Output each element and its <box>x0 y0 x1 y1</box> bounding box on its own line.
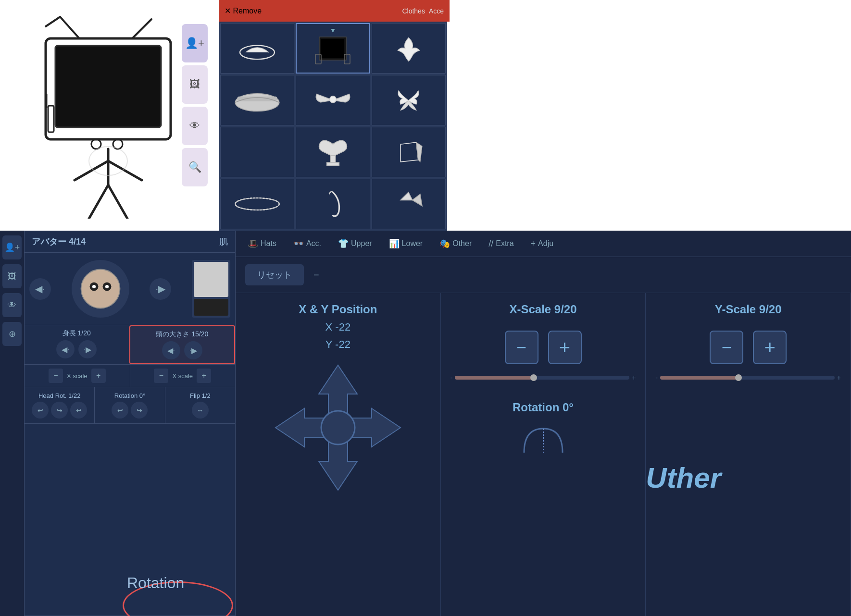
acc-cell-9[interactable] <box>372 127 446 177</box>
add-character-btn[interactable]: 👤+ <box>182 24 208 62</box>
acc-cell-6[interactable] <box>372 75 446 125</box>
acc-cell-7[interactable] <box>220 127 294 177</box>
height-prev[interactable]: ◀· <box>56 340 75 358</box>
height-cell: 身長 1/20 ◀· ·▶ <box>25 325 129 364</box>
xy-title: X & Y Position <box>299 303 377 316</box>
tab-upper-label: Upper <box>351 239 372 248</box>
adjust-panel: リセット − X & Y Position X -22 Y -22 <box>236 257 851 616</box>
tab-upper[interactable]: 👕 Upper <box>331 234 379 253</box>
tab-acc[interactable]: 👓 Acc. <box>286 234 328 253</box>
scale-minus-1[interactable]: − <box>49 369 63 383</box>
y-plus-icon: + <box>764 337 775 358</box>
rotation-title: Rotation 0° <box>513 401 574 414</box>
y-scale-slider-container: - + <box>655 374 841 382</box>
svg-point-26 <box>235 198 279 210</box>
tab-extra-label: Extra <box>496 239 513 248</box>
acc-cell-1[interactable] <box>220 23 294 74</box>
acc-cell-11[interactable] <box>296 179 370 229</box>
svg-point-31 <box>105 285 109 288</box>
head-next[interactable]: ·▶ <box>184 341 202 359</box>
scale-minus-2[interactable]: − <box>154 369 168 383</box>
svg-point-36 <box>321 411 355 444</box>
avatar-prev[interactable]: ◀· <box>29 278 51 300</box>
clothes-tab[interactable]: Clothes <box>402 7 425 15</box>
acc-icon: 👓 <box>293 238 304 249</box>
tab-adju[interactable]: + Adju <box>524 235 561 253</box>
svg-rect-4 <box>55 46 161 127</box>
head-prev[interactable]: ◀· <box>162 341 180 359</box>
left-btn-1[interactable]: 👤+ <box>2 235 22 259</box>
scale-plus-1[interactable]: + <box>91 369 106 383</box>
acce-tab[interactable]: Acce <box>429 7 444 15</box>
svg-point-30 <box>92 285 96 288</box>
tab-lower-label: Lower <box>402 239 423 248</box>
reset-button[interactable]: リセット <box>245 264 304 285</box>
tab-lower[interactable]: 📊 Lower <box>382 234 430 253</box>
x-scale-minus[interactable]: − <box>505 331 538 364</box>
xy-panel: X & Y Position X -22 Y -22 <box>236 293 441 616</box>
avatar-next[interactable]: ·▶ <box>150 278 171 300</box>
left-btn-3[interactable]: 👁 <box>2 293 22 317</box>
top-bar: ✕ Remove Clothes Acce <box>219 0 450 22</box>
bottom-ctrl-row: Head Rot. 1/22 ↩ ↪ ↩ Rotation 0° ↩ ↪ Fli… <box>25 387 235 424</box>
scale-plus-2[interactable]: + <box>197 369 211 383</box>
left-btn-4[interactable]: ⊕ <box>2 322 22 346</box>
flip-arrow-1[interactable]: ↔ <box>192 402 209 419</box>
tab-adju-label: Adju <box>538 239 553 248</box>
acc-cell-3[interactable] <box>372 23 446 74</box>
avatar-nav: ◀· ·▶ <box>25 253 235 325</box>
character-svg <box>17 12 200 219</box>
rotation-bottom-label: Rotation <box>127 574 184 592</box>
head-size-label: 頭の大きさ 15/20 <box>156 330 208 339</box>
rotation-arc <box>514 419 572 457</box>
tab-hats[interactable]: 🎩 Hats <box>240 234 284 253</box>
y-scale-title: Y-Scale 9/20 <box>715 303 782 316</box>
slider-plus-label: + <box>632 374 636 382</box>
rot-arrow-1[interactable]: ↩ <box>112 402 128 419</box>
bottom-section: 👤+ 🖼 👁 ⊕ アバター 4/14 肌 ◀· ·▶ <box>0 231 851 616</box>
y-scale-slider-thumb <box>735 374 742 381</box>
head-rot-arrow-2[interactable]: ↪ <box>51 402 68 419</box>
x-scale-panel: X-Scale 9/20 − + - + <box>441 293 646 616</box>
height-next[interactable]: ·▶ <box>78 340 97 358</box>
zoom-btn[interactable]: 🔍 <box>182 148 208 186</box>
tab-acc-label: Acc. <box>306 239 321 248</box>
acc-cell-10[interactable] <box>220 179 294 229</box>
head-rot-cell: Head Rot. 1/22 ↩ ↪ ↩ <box>25 387 95 423</box>
x-scale-plus[interactable]: + <box>548 331 582 364</box>
acc-grid: ▼ <box>219 22 447 231</box>
acc-cell-5[interactable] <box>296 75 370 125</box>
adju-icon: + <box>531 239 536 249</box>
height-arrows: ◀· ·▶ <box>56 340 97 358</box>
head-rot-arrow-1[interactable]: ↩ <box>32 402 49 419</box>
acc-cell-8[interactable] <box>296 127 370 177</box>
left-btn-2[interactable]: 🖼 <box>2 264 22 288</box>
svg-point-20 <box>235 93 279 111</box>
y-slider-minus: - <box>655 374 658 382</box>
flip-label: Flip 1/2 <box>190 392 211 399</box>
scale-row: − X scale + − X scale + <box>25 365 235 387</box>
gallery-btn[interactable]: 🖼 <box>182 65 208 104</box>
remove-label: ✕ Remove <box>225 6 262 15</box>
acc-cell-4[interactable] <box>220 75 294 125</box>
minus-icon: − <box>516 337 526 357</box>
head-rot-arrows: ↩ ↪ ↩ <box>32 402 87 419</box>
eye-btn[interactable]: 👁 <box>182 107 208 145</box>
y-scale-minus[interactable]: − <box>710 331 743 364</box>
controls-grid: X & Y Position X -22 Y -22 <box>236 293 851 616</box>
y-scale-slider[interactable] <box>660 376 835 380</box>
skin-color-bottom[interactable] <box>194 299 228 316</box>
y-scale-plus[interactable]: + <box>753 331 787 364</box>
reset-row: リセット − <box>236 257 851 293</box>
svg-rect-24 <box>327 162 339 166</box>
x-scale-slider[interactable] <box>455 376 629 380</box>
skin-color-top[interactable] <box>194 262 228 297</box>
scale-cell-1: − X scale + <box>25 365 130 387</box>
tab-extra[interactable]: // Extra <box>481 235 521 253</box>
acc-cell-12[interactable] <box>372 179 446 229</box>
svg-line-2 <box>132 19 151 38</box>
tab-other[interactable]: 🎭 Other <box>432 234 479 253</box>
acc-cell-2[interactable]: ▼ <box>296 23 370 74</box>
rot-arrow-2[interactable]: ↪ <box>131 402 148 419</box>
head-rot-arrow-3[interactable]: ↩ <box>70 402 87 419</box>
